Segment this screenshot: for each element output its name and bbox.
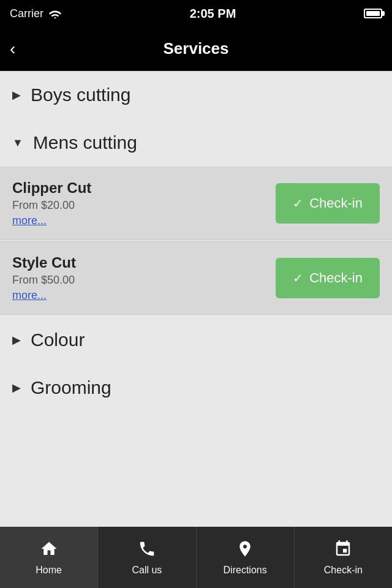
wifi-icon — [48, 9, 62, 18]
checkin-label-style-cut: Check-in — [309, 270, 363, 286]
nav-bar: ‹ Services — [0, 27, 392, 71]
service-price-style-cut: From $50.00 — [12, 274, 276, 287]
tab-directions[interactable]: Directions — [197, 527, 295, 588]
status-time: 2:05 PM — [190, 7, 236, 21]
status-bar: Carrier 2:05 PM — [0, 0, 392, 27]
calendar-icon — [334, 540, 352, 561]
content-area: ▶ Boys cutting ▼ Mens cutting Clipper Cu… — [0, 71, 392, 527]
service-price-clipper-cut: From $20.00 — [12, 199, 276, 212]
status-left: Carrier — [10, 7, 62, 20]
tab-call-us[interactable]: Call us — [98, 527, 196, 588]
carrier-label: Carrier — [10, 7, 43, 20]
category-label-colour: Colour — [31, 330, 85, 350]
category-label-grooming: Grooming — [31, 377, 111, 398]
category-label-boys-cutting: Boys cutting — [31, 85, 130, 105]
chevron-right-icon-colour: ▶ — [12, 333, 21, 347]
chevron-down-icon: ▼ — [12, 137, 23, 149]
category-label-mens-cutting: Mens cutting — [33, 132, 137, 153]
battery-icon — [364, 9, 382, 18]
checkin-button-clipper-cut[interactable]: ✓ Check-in — [276, 183, 380, 224]
location-icon — [236, 540, 254, 561]
service-more-clipper-cut[interactable]: more... — [12, 214, 47, 227]
tab-call-us-label: Call us — [132, 565, 162, 576]
category-boys-cutting[interactable]: ▶ Boys cutting — [0, 71, 392, 119]
tab-bar: Home Call us Directions Check-in — [0, 527, 392, 588]
phone-icon — [138, 540, 156, 561]
service-name-clipper-cut: Clipper Cut — [12, 179, 276, 197]
tab-checkin-label: Check-in — [324, 565, 363, 576]
checkin-button-style-cut[interactable]: ✓ Check-in — [276, 258, 380, 298]
service-info-style-cut: Style Cut From $50.00 more... — [12, 254, 276, 302]
category-mens-cutting[interactable]: ▼ Mens cutting — [0, 119, 392, 167]
service-info-clipper-cut: Clipper Cut From $20.00 more... — [12, 179, 276, 227]
service-more-style-cut[interactable]: more... — [12, 289, 47, 301]
tab-directions-label: Directions — [224, 565, 267, 576]
chevron-right-icon: ▶ — [12, 88, 21, 102]
checkmark-icon: ✓ — [293, 196, 303, 211]
tab-home-label: Home — [36, 565, 62, 576]
service-item-clipper-cut: Clipper Cut From $20.00 more... ✓ Check-… — [0, 167, 392, 240]
service-name-style-cut: Style Cut — [12, 254, 276, 271]
checkin-label-clipper-cut: Check-in — [309, 195, 363, 211]
status-right — [364, 9, 382, 18]
tab-checkin[interactable]: Check-in — [295, 527, 392, 588]
home-icon — [40, 540, 58, 561]
category-colour[interactable]: ▶ Colour — [0, 316, 392, 364]
checkmark-icon-2: ✓ — [293, 271, 303, 285]
service-item-style-cut: Style Cut From $50.00 more... ✓ Check-in — [0, 241, 392, 315]
chevron-right-icon-grooming: ▶ — [12, 381, 21, 394]
back-button[interactable]: ‹ — [10, 39, 15, 59]
category-grooming[interactable]: ▶ Grooming — [0, 364, 392, 412]
tab-home[interactable]: Home — [0, 527, 98, 588]
page-title: Services — [164, 39, 229, 58]
